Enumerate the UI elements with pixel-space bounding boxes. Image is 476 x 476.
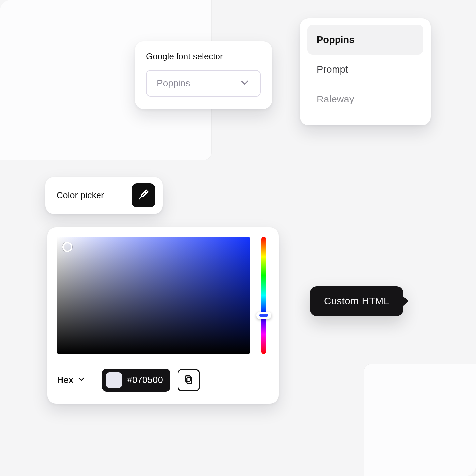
- font-option-poppins[interactable]: Poppins: [307, 25, 423, 55]
- hue-slider-handle[interactable]: [256, 312, 271, 319]
- font-options-dropdown: Poppins Prompt Raleway: [300, 18, 431, 125]
- hue-slider[interactable]: [261, 237, 266, 354]
- hex-value: #070500: [127, 375, 163, 385]
- font-option-label: Raleway: [317, 94, 354, 105]
- sv-cursor[interactable]: [62, 242, 72, 252]
- color-picker-label-card: Color picker: [45, 177, 163, 214]
- font-selector-title: Google font selector: [146, 51, 261, 61]
- saturation-value-area[interactable]: [57, 237, 250, 354]
- background-panel-bottom-right: [364, 364, 476, 476]
- color-mode-select[interactable]: Hex: [57, 375, 86, 386]
- copy-icon: [183, 374, 194, 386]
- copy-button[interactable]: [178, 369, 200, 391]
- chevron-down-icon: [239, 77, 250, 90]
- color-mode-label: Hex: [57, 375, 74, 385]
- eyedropper-button[interactable]: [132, 183, 155, 207]
- font-selector-card: Google font selector Poppins: [135, 41, 272, 109]
- custom-html-tooltip[interactable]: Custom HTML: [310, 286, 403, 316]
- font-option-label: Prompt: [317, 64, 348, 75]
- chevron-down-icon: [77, 375, 86, 386]
- font-select[interactable]: Poppins: [146, 70, 261, 97]
- font-option-label: Poppins: [317, 34, 354, 45]
- color-picker-panel: Hex #070500: [47, 227, 279, 404]
- font-option-raleway[interactable]: Raleway: [307, 84, 423, 114]
- font-option-prompt[interactable]: Prompt: [307, 55, 423, 84]
- svg-rect-1: [185, 376, 190, 381]
- eyedropper-icon: [137, 188, 150, 202]
- color-swatch: [106, 372, 122, 388]
- hex-value-display[interactable]: #070500: [102, 369, 171, 392]
- color-picker-title: Color picker: [57, 190, 104, 201]
- font-select-value: Poppins: [157, 78, 190, 89]
- svg-rect-0: [187, 378, 192, 383]
- tooltip-label: Custom HTML: [324, 296, 389, 306]
